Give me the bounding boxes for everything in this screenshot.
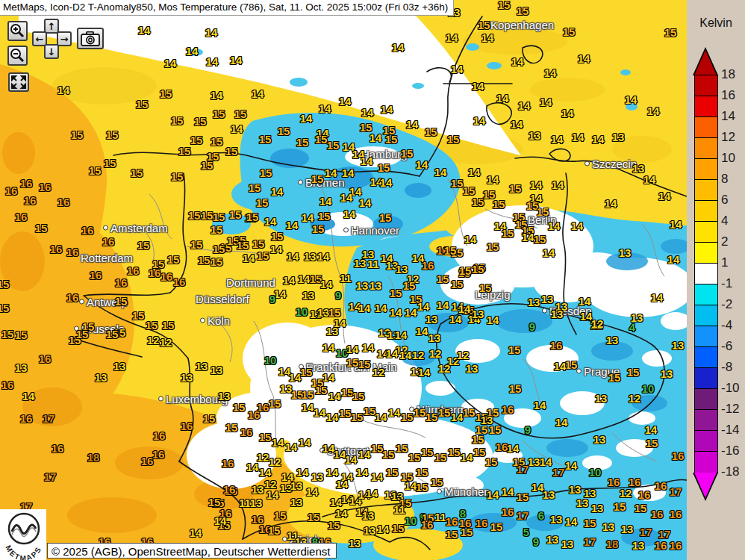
temperature-value: 13 [661, 368, 673, 379]
city-label: München [437, 486, 490, 497]
temperature-value: 13 [326, 326, 339, 337]
temperature-value: 12 [429, 348, 442, 359]
temperature-value: 14 [286, 220, 299, 231]
legend-panel: Kelvin 181614121086421-1-2-4-6-8-10-12-1… [687, 0, 745, 560]
fullscreen-button[interactable] [8, 72, 29, 92]
colorbar-tick-label: -1 [721, 276, 732, 291]
temperature-value: 14 [300, 113, 313, 124]
colorbar-segment [695, 430, 717, 452]
pan-right-button[interactable]: → [57, 31, 72, 46]
temperature-value: 14 [361, 155, 373, 167]
temperature-value: 15 [328, 520, 340, 531]
temperature-value: 14 [252, 88, 264, 99]
temperature-value: 15 [378, 162, 390, 173]
temperature-value: 15 [268, 525, 281, 536]
zoom-out-button[interactable] [7, 46, 28, 66]
temperature-value: 14 [339, 96, 352, 107]
temperature-value: 16 [24, 195, 37, 206]
temperature-value: 15 [76, 329, 89, 340]
temperature-value: 15 [448, 447, 461, 458]
temperature-value: 14 [487, 489, 499, 500]
temperature-value: 13 [595, 393, 608, 404]
temperature-value: 14 [186, 46, 199, 57]
temperature-value: 15 [106, 129, 119, 140]
temperature-value: 13 [311, 471, 324, 482]
temperature-value: 14 [22, 391, 35, 402]
temperature-value: 15 [315, 385, 328, 396]
temperature-value: 12 [457, 349, 470, 361]
temperature-value: 14 [451, 63, 464, 75]
colorbar-segment [695, 388, 717, 410]
temperature-value: 15 [426, 411, 438, 423]
temperature-value: 14 [358, 449, 371, 460]
temperature-value: 14 [285, 441, 298, 452]
temperature-value: 13 [364, 525, 376, 536]
temperature-value: 16 [223, 484, 236, 495]
temperature-value: 14 [579, 296, 591, 307]
temperature-value: 15 [260, 167, 272, 178]
colorbar-tick-label: 4 [721, 214, 728, 228]
snapshot-button[interactable] [77, 28, 104, 49]
temperature-value: 15 [136, 99, 149, 110]
temperature-value: 15 [188, 210, 201, 221]
temperature-value: 14 [264, 216, 277, 227]
temperature-value: 14 [214, 515, 227, 526]
temperature-value: 14 [449, 314, 462, 325]
temperature-value: 14 [502, 486, 514, 497]
metmaps-logo[interactable]: METMAPS [0, 509, 46, 560]
pan-down-button[interactable]: ↓ [44, 44, 59, 59]
colorbar-segment [695, 326, 717, 347]
arrow-down-icon: ↓ [48, 47, 56, 57]
temperature-value: 15 [35, 223, 48, 234]
temperature-value: 14 [481, 32, 494, 43]
temperature-value: 14 [319, 103, 331, 114]
temperature-value: 11 [367, 258, 379, 270]
temperature-value: 14 [302, 212, 314, 223]
temperature-value: 15 [201, 160, 213, 171]
temperature-value: 15 [171, 171, 184, 182]
temperature-value: 15 [472, 434, 484, 445]
temperature-value: 15 [446, 529, 458, 540]
temperature-value: 15 [472, 196, 484, 208]
weather-map[interactable]: KopenhagenSzczecinAmsterdamRotterdamAntw… [0, 0, 687, 560]
temperature-value: 14 [645, 424, 658, 435]
temperature-value: 15 [89, 165, 102, 176]
temperature-value: 13 [362, 510, 375, 521]
arrow-right-icon: → [60, 34, 69, 44]
city-dot-icon [103, 225, 108, 231]
temperature-value: 14 [670, 219, 682, 230]
temperature-value: 15 [537, 206, 549, 217]
temperature-value: 14 [362, 342, 375, 353]
temperature-value: 12 [591, 318, 604, 329]
temperature-value: 14 [259, 467, 272, 478]
temperature-value: 14 [375, 302, 387, 314]
temperature-value: 15 [664, 27, 677, 38]
temperature-value: 15 [534, 234, 546, 245]
temperature-value: 14 [326, 467, 339, 478]
camera-icon [81, 31, 100, 46]
temperature-value: 13 [593, 434, 606, 445]
colorbar-tick-label: 1 [721, 255, 728, 270]
temperature-value: 14 [651, 292, 664, 303]
arrow-up-icon: ↑ [48, 22, 56, 31]
colorbar-arrow-bottom [694, 473, 717, 498]
temperature-value: 15 [434, 452, 447, 463]
temperature-value: 15 [213, 243, 225, 255]
temperature-value: 15 [208, 497, 221, 508]
temperature-value: 15 [408, 452, 421, 463]
colorbar-tick-label: 12 [721, 130, 735, 145]
temperature-value: 15 [382, 449, 395, 460]
temperature-value: 17 [584, 536, 596, 547]
colorbar-tick-label: -8 [721, 360, 732, 375]
temperature-value: 13 [370, 280, 382, 291]
temperature-value: 16 [655, 540, 667, 551]
temperature-value: 16 [141, 455, 154, 467]
temperature-value: 15 [318, 211, 331, 222]
zoom-in-button[interactable] [7, 21, 28, 41]
temperature-value: 14 [540, 96, 552, 108]
temperature-value: 15 [487, 241, 499, 252]
colorbar-tick-label: 16 [721, 88, 735, 103]
temperature-value: 15 [437, 273, 449, 284]
temperature-value: 14 [346, 343, 359, 355]
temperature-value: 14 [205, 27, 218, 38]
